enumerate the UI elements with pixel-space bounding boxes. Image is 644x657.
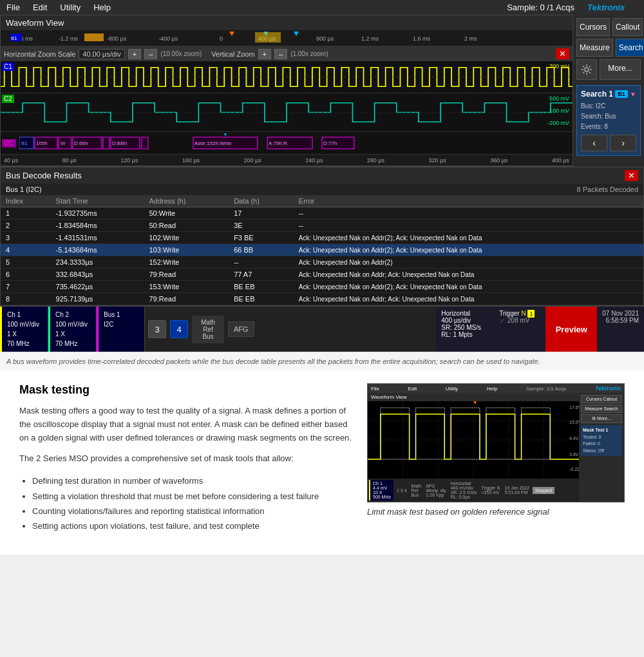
menu-utility[interactable]: Utility <box>60 3 80 12</box>
svg-text:-1.2 ms: -1.2 ms <box>59 35 79 42</box>
mini-waveform-title: Waveform View <box>368 393 579 401</box>
cell-error: Ack: Unexpected Nak on Addr; Ack: Unexpe… <box>294 293 643 305</box>
table-row[interactable]: 1 -1.932735ms 50:Write 17 -- <box>1 207 643 220</box>
cell-start: 234.3333µs <box>51 256 144 269</box>
bus-i2c-label: I2C <box>2 139 16 148</box>
cell-error: -- <box>294 207 643 220</box>
bus-row: I2C B1 105h W D:66h D:BBh <box>1 132 573 155</box>
mini-ch1: Ch 14.4 mV10 X500 MHz <box>369 480 393 500</box>
afg-btn[interactable]: AFG <box>228 321 254 337</box>
btn-4[interactable]: 4 <box>170 320 188 338</box>
svg-marker-12 <box>294 32 299 36</box>
search1-panel: Search 1 B1 ▼ Bus: I2C Search: Bus Event… <box>576 85 641 156</box>
mini-utility: Utility <box>446 386 459 392</box>
zoom-close-btn[interactable]: ✕ <box>556 48 569 59</box>
measure-btn[interactable]: Measure <box>576 39 613 57</box>
horiz-label: Horizontal <box>441 310 489 317</box>
bullet-1: Defining test duration in number of wave… <box>32 473 354 488</box>
doc-section: Mask testing Mask testing offers a good … <box>0 370 644 555</box>
menu-edit[interactable]: Edit <box>33 3 47 12</box>
zoom-controls: Horizontal Zoom Scale 40.00 µs/div + – (… <box>1 46 573 61</box>
mini-edit: Edit <box>408 386 417 392</box>
zoom-10x: (10.00x zoom) <box>160 50 202 57</box>
svg-text:B1: B1 <box>21 140 28 146</box>
callout-btn[interactable]: Callout <box>612 18 643 36</box>
bus-decode-section: Bus Decode Results ✕ Bus 1 (I2C) 8 Packe… <box>0 167 644 306</box>
more-btn[interactable]: More... <box>600 59 641 80</box>
doc-text: Mask testing Mask testing offers a good … <box>19 383 354 542</box>
vertical-zoom-plus[interactable]: + <box>258 49 271 59</box>
ch1-info[interactable]: Ch 1 100 mV/div 1 X 70 MHz <box>0 307 48 352</box>
tektronix-logo: Tektronix <box>587 3 625 12</box>
col-start: Start Time <box>51 195 144 207</box>
cell-index: 4 <box>1 244 51 256</box>
decode-table: Index Start Time Address (h) Data (h) Er… <box>1 195 643 305</box>
math-ref-bus-btn[interactable]: MathRefBus <box>192 316 224 343</box>
mini-measure: Measure Search <box>581 405 622 413</box>
search1-type: Search: Bus <box>581 111 636 122</box>
ruler-280: 280 µs <box>367 157 384 164</box>
svg-rect-30 <box>142 137 148 149</box>
date-display: 07 Nov 2021 <box>602 310 639 317</box>
zoom-1x: (1.00x zoom) <box>290 50 328 57</box>
mini-layout: Waveform View <box>368 393 624 502</box>
cell-data: 17 <box>229 207 294 220</box>
search1-title: Search 1 B1 ▼ <box>581 90 636 99</box>
table-row[interactable]: 6 332.6843µs 79:Read 77 A7 Ack: Unexpect… <box>1 269 643 281</box>
search-dropdown-arrow[interactable]: ▼ <box>630 91 636 98</box>
gear-btn[interactable] <box>576 59 597 80</box>
mini-cursors: Cursors Callout <box>581 395 622 403</box>
mini-sample: Sample: 1/1 Acqs <box>526 386 566 392</box>
horizontal-zoom-value[interactable]: 40.00 µs/div <box>79 49 125 59</box>
sample-info: Sample: 0 /1 Acqs <box>507 3 574 12</box>
horiz-rl: RL: 1 Mpts <box>441 331 489 338</box>
btn-3[interactable]: 3 <box>148 320 166 338</box>
nav-next-btn[interactable]: › <box>610 135 636 151</box>
zoom-plus-btn[interactable]: + <box>128 49 141 59</box>
svg-marker-33 <box>224 133 227 137</box>
timeline-area: -1.6 ms -1.2 ms -800 µs -400 µs 0 400 µs… <box>1 30 573 46</box>
zoom-minus-btn[interactable]: – <box>144 49 157 59</box>
table-row[interactable]: 2 -1.834584ms 50:Read 3E -- <box>1 220 643 232</box>
table-row[interactable]: 8 925.7139µs 79:Read BE EB Ack: Unexpect… <box>1 293 643 305</box>
horizontal-info[interactable]: Horizontal 400 µs/div SR: 250 MS/s RL: 1… <box>436 307 494 352</box>
menu-file[interactable]: File <box>6 3 20 12</box>
table-row[interactable]: 5 234.3333µs 152:Write -- Ack: Unexpecte… <box>1 256 643 269</box>
mini-status: Status: Off <box>583 448 620 455</box>
vertical-zoom-minus[interactable]: – <box>274 49 287 59</box>
bullet-4: Setting actions upon violations, test fa… <box>32 519 354 533</box>
table-row[interactable]: 3 -1.431531ms 102:Write F3 BE Ack: Unexp… <box>1 232 643 244</box>
svg-rect-16 <box>255 32 281 43</box>
search-btn[interactable]: Search <box>616 39 644 57</box>
search1-info: Bus: I2C Search: Bus Events: 8 <box>581 101 636 132</box>
bus1-label-text: Bus 1 <box>104 310 139 319</box>
ch2-label: C2 <box>2 95 14 103</box>
svg-text:15.0V: 15.0V <box>569 420 579 424</box>
svg-text:17.6V: 17.6V <box>569 405 579 410</box>
mini-failed: Failed: 0 <box>583 441 620 448</box>
table-row[interactable]: 4 -5.143684ms 103:Write 66 BB Ack: Unexp… <box>1 244 643 256</box>
ch2-info[interactable]: Ch 2 100 mV/div 1 X 70 MHz <box>48 307 97 352</box>
trigger-info[interactable]: Trigger N 1 ⟋ 208 mV <box>494 307 545 352</box>
table-row[interactable]: 7 735.4622µs 153:Write BE EB Ack: Unexpe… <box>1 281 643 293</box>
svg-text:Addr:152h:Write: Addr:152h:Write <box>194 140 232 146</box>
mini-file: File <box>371 386 379 392</box>
svg-text:-800 µs: -800 µs <box>107 35 127 42</box>
trigger-n: N <box>521 310 526 317</box>
svg-text:105h: 105h <box>36 140 48 146</box>
bus1-info[interactable]: Bus 1 I2C <box>97 307 145 352</box>
decode-title: Bus Decode Results <box>6 171 82 180</box>
osc-layout: Waveform View -1.6 ms -1.2 ms -800 µs -4… <box>0 15 644 167</box>
preview-btn[interactable]: Preview <box>545 307 597 352</box>
cell-error: Ack: Unexpected Nak on Addr(2) <box>294 256 643 269</box>
panel-top-row: Cursors Callout <box>576 18 641 36</box>
ruler-160: 160 µs <box>182 157 200 164</box>
cell-start: 332.6843µs <box>51 269 144 281</box>
menu-help[interactable]: Help <box>93 3 111 12</box>
cursors-btn[interactable]: Cursors <box>576 18 610 36</box>
nav-prev-btn[interactable]: ‹ <box>581 135 607 151</box>
mini-help: Help <box>487 386 497 392</box>
decode-close-btn[interactable]: ✕ <box>625 170 638 181</box>
ch2-voltage-3: -200 mV <box>547 120 569 126</box>
bullet-3: Counting violations/failures and reporti… <box>32 504 354 519</box>
